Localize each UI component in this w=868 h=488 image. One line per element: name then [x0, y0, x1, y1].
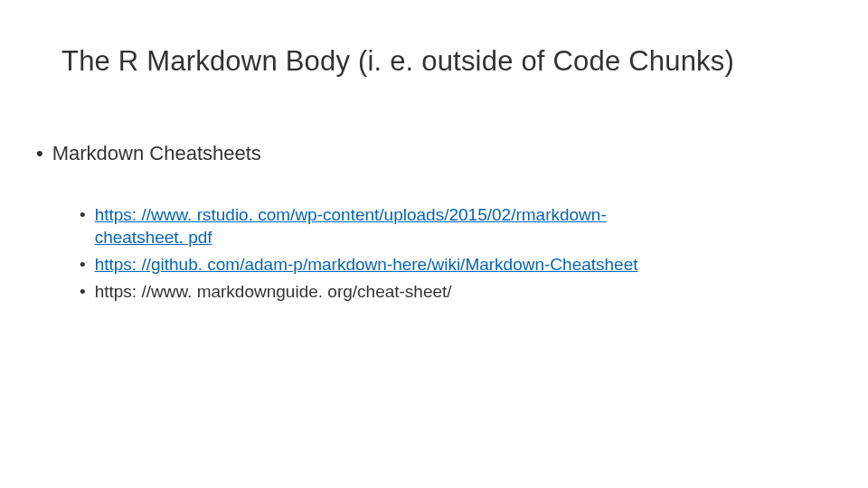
bullet-icon: • — [80, 280, 86, 304]
bullet-icon: • — [80, 203, 86, 227]
link-text: https: //github. com/adam-p/markdown-her… — [95, 255, 638, 274]
slide-container: The R Markdown Body (i. e. outside of Co… — [0, 0, 868, 343]
bullet-icon: • — [36, 141, 43, 167]
section-item: • Markdown Cheatsheets — [36, 141, 832, 167]
bullet-icon: • — [80, 253, 86, 277]
section-heading: Markdown Cheatsheets — [52, 141, 261, 167]
list-item: • https: //www. rstudio. com/wp-content/… — [80, 203, 832, 249]
link-item[interactable]: https: //github. com/adam-p/markdown-her… — [95, 253, 638, 277]
link-text-line1: https: //www. rstudio. com/wp-content/up… — [95, 205, 607, 224]
link-item[interactable]: https: //www. rstudio. com/wp-content/up… — [95, 203, 607, 249]
plain-text-item: https: //www. markdownguide. org/cheat-s… — [95, 280, 452, 304]
plain-text: https: //www. markdownguide. org/cheat-s… — [95, 282, 452, 301]
list-item: • https: //www. markdownguide. org/cheat… — [80, 280, 832, 304]
slide-title: The R Markdown Body (i. e. outside of Co… — [61, 45, 832, 78]
links-list: • https: //www. rstudio. com/wp-content/… — [80, 203, 832, 304]
list-item: • https: //github. com/adam-p/markdown-h… — [80, 253, 832, 277]
link-text-line2: cheatsheet. pdf — [95, 228, 212, 247]
